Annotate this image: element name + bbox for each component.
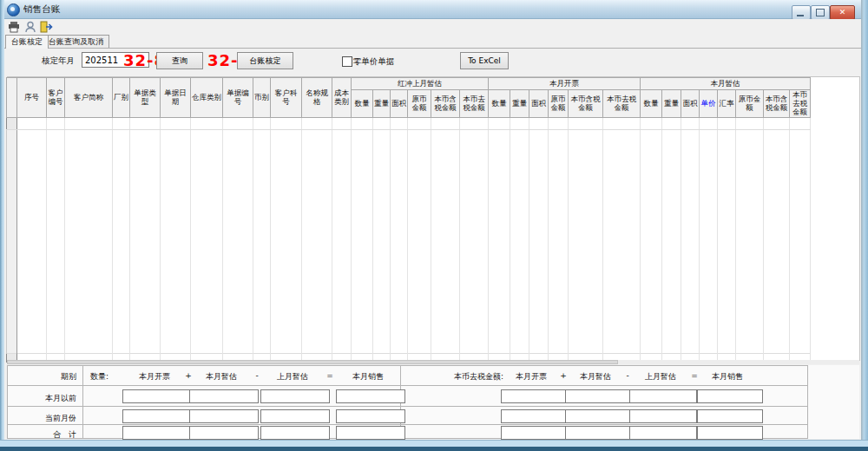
- summary-qty-input[interactable]: [122, 426, 192, 440]
- horizontal-scrollbar[interactable]: [7, 360, 859, 364]
- grid-cell[interactable]: [271, 117, 302, 129]
- close-button[interactable]: ✕: [830, 5, 855, 20]
- summary-amount-input[interactable]: [697, 389, 763, 403]
- grid-cell[interactable]: [352, 129, 373, 353]
- grid-cell[interactable]: [460, 129, 489, 353]
- maximize-button[interactable]: [811, 5, 830, 20]
- grid-cell[interactable]: [332, 117, 352, 129]
- grid-cell[interactable]: [549, 117, 569, 129]
- grid-cell[interactable]: [373, 129, 391, 353]
- grid-cell[interactable]: [332, 129, 352, 353]
- grid-cell[interactable]: [641, 117, 662, 129]
- grid-cell[interactable]: [431, 129, 460, 353]
- summary-qty-input[interactable]: [336, 409, 405, 423]
- horizontal-scrollbar-thumb[interactable]: [7, 360, 618, 364]
- summary-amount-input[interactable]: [501, 409, 567, 423]
- grid-cell[interactable]: [603, 129, 641, 353]
- summary-qty-input[interactable]: [189, 389, 259, 403]
- grid-cell[interactable]: [161, 129, 191, 353]
- grid-cell[interactable]: [130, 117, 161, 129]
- grid-cell[interactable]: [253, 117, 271, 129]
- grid-cell[interactable]: [17, 129, 47, 353]
- grid-cell[interactable]: [529, 129, 549, 353]
- grid-cell[interactable]: [641, 129, 662, 353]
- grid-cell[interactable]: [302, 129, 332, 353]
- grid-cell[interactable]: [681, 129, 700, 353]
- grid-cell[interactable]: [391, 117, 408, 129]
- grid-cell[interactable]: [223, 129, 253, 353]
- grid-cell[interactable]: [65, 129, 113, 353]
- grid-cell[interactable]: [549, 129, 569, 353]
- summary-qty-input[interactable]: [189, 426, 259, 440]
- ledger-confirm-button[interactable]: 台账核定: [237, 52, 293, 69]
- grid-cell[interactable]: [662, 129, 681, 353]
- grid-cell[interactable]: [113, 129, 130, 353]
- grid-cell[interactable]: [65, 117, 113, 129]
- grid-cell[interactable]: [790, 129, 811, 353]
- summary-qty-input[interactable]: [260, 426, 330, 440]
- grid-cell[interactable]: [408, 129, 431, 353]
- summary-amount-input[interactable]: [629, 389, 697, 403]
- grid-cell[interactable]: [718, 129, 736, 353]
- summary-qty-input[interactable]: [260, 409, 330, 423]
- grid-cell[interactable]: [529, 117, 549, 129]
- grid-cell[interactable]: [489, 129, 510, 353]
- grid-cell[interactable]: [17, 117, 47, 129]
- summary-qty-input[interactable]: [122, 389, 192, 403]
- grid-cell[interactable]: [510, 117, 529, 129]
- print-button[interactable]: [7, 20, 21, 33]
- grid-cell[interactable]: [191, 129, 223, 353]
- summary-amount-input[interactable]: [565, 426, 632, 440]
- summary-amount-input[interactable]: [697, 409, 763, 423]
- grid-cell[interactable]: [253, 129, 271, 353]
- grid-cell[interactable]: [352, 117, 373, 129]
- grid-cell[interactable]: [700, 129, 718, 353]
- summary-amount-input[interactable]: [565, 409, 632, 423]
- grid-cell[interactable]: [271, 129, 302, 353]
- summary-amount-input[interactable]: [501, 389, 567, 403]
- summary-qty-input[interactable]: [260, 389, 330, 403]
- minimize-button[interactable]: [792, 5, 811, 20]
- grid-cell[interactable]: [764, 129, 790, 353]
- to-excel-button[interactable]: To ExCel: [460, 52, 509, 69]
- grid-cell[interactable]: [373, 117, 391, 129]
- summary-amount-input[interactable]: [629, 409, 697, 423]
- summary-amount-input[interactable]: [629, 426, 697, 440]
- grid-cell[interactable]: [161, 117, 191, 129]
- grid-cell[interactable]: [510, 129, 529, 353]
- zero-price-checkbox[interactable]: [342, 56, 352, 67]
- grid-cell[interactable]: [47, 117, 65, 129]
- grid-cell[interactable]: [113, 117, 130, 129]
- tab-ledger-confirm[interactable]: 台账核定: [5, 35, 49, 49]
- grid-cell[interactable]: [130, 129, 161, 353]
- grid-cell[interactable]: [764, 117, 790, 129]
- summary-qty-input[interactable]: [189, 409, 259, 423]
- grid-cell[interactable]: [736, 129, 764, 353]
- exit-button[interactable]: [39, 20, 53, 33]
- grid-cell[interactable]: [603, 117, 641, 129]
- grid-cell[interactable]: [718, 117, 736, 129]
- grid-cell[interactable]: [302, 117, 332, 129]
- grid-cell[interactable]: [662, 117, 681, 129]
- summary-amount-input[interactable]: [565, 389, 632, 403]
- grid-cell[interactable]: [431, 117, 460, 129]
- grid-cell[interactable]: [223, 117, 253, 129]
- summary-qty-input[interactable]: [122, 409, 192, 423]
- grid-cell[interactable]: [191, 117, 223, 129]
- grid-cell[interactable]: [681, 117, 700, 129]
- tab-ledger-query-cancel[interactable]: 台账查询及取消: [43, 35, 109, 48]
- summary-qty-input[interactable]: [336, 389, 405, 403]
- grid-cell[interactable]: [408, 117, 431, 129]
- grid-cell[interactable]: [460, 117, 489, 129]
- grid-cell[interactable]: [700, 117, 718, 129]
- summary-amount-input[interactable]: [501, 426, 567, 440]
- grid-cell[interactable]: [790, 117, 811, 129]
- grid-cell[interactable]: [736, 117, 764, 129]
- grid-cell[interactable]: [391, 129, 408, 353]
- query-button[interactable]: 查询: [156, 52, 203, 69]
- summary-qty-input[interactable]: [336, 426, 405, 440]
- summary-amount-input[interactable]: [697, 426, 763, 440]
- grid-cell[interactable]: [47, 129, 65, 353]
- user-button[interactable]: [23, 20, 37, 33]
- grid-cell[interactable]: [489, 117, 510, 129]
